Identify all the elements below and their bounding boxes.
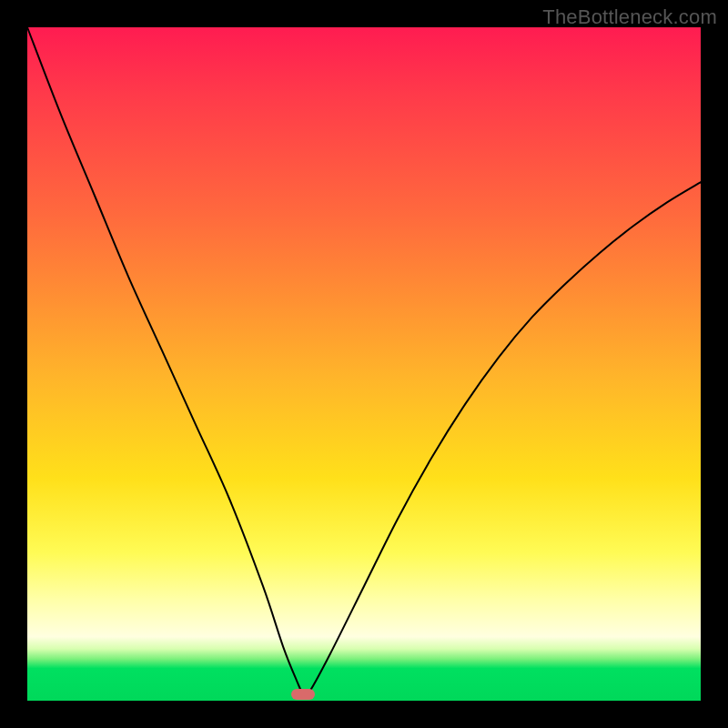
bottleneck-curve [27,27,701,701]
plot-area [27,27,701,701]
chart-frame: TheBottleneck.com [0,0,728,728]
watermark-text: TheBottleneck.com [542,5,717,29]
bottleneck-marker [291,689,315,700]
